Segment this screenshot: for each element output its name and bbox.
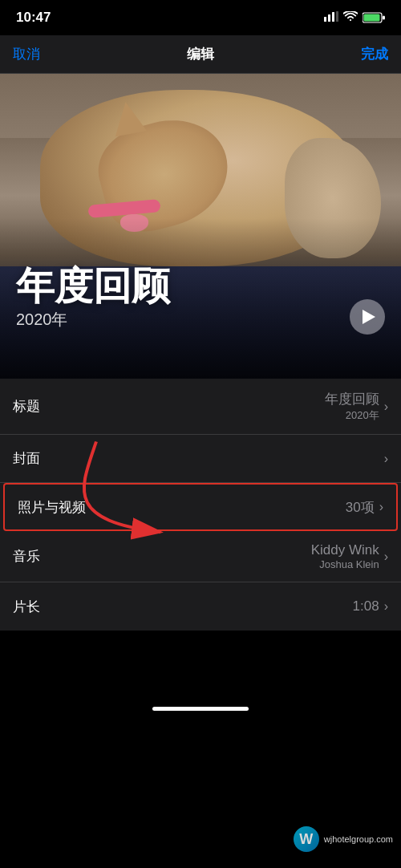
row-photos-videos-value-container: 30项 › <box>346 498 383 517</box>
row-music-value-main: Kiddy Wink <box>311 542 379 558</box>
watermark-logo: W <box>294 826 319 852</box>
row-title-chevron: › <box>384 400 388 414</box>
hero-image-area: 年度回顾 2020年 <box>0 74 401 379</box>
row-title-value-sub: 2020年 <box>325 408 379 423</box>
status-time: 10:47 <box>16 10 51 26</box>
status-bar: 10:47 <box>0 0 401 35</box>
svg-rect-2 <box>332 12 334 22</box>
settings-list: 标题 年度回顾 2020年 › 封面 › 照片与视频 30项 › <box>0 379 401 631</box>
svg-rect-1 <box>328 14 330 22</box>
row-title-value-stack: 年度回顾 2020年 <box>325 390 379 423</box>
row-music-value-sub: Joshua Klein <box>311 558 379 570</box>
watermark-logo-letter: W <box>299 831 313 848</box>
svg-rect-3 <box>336 11 338 22</box>
nav-title: 编辑 <box>187 45 214 63</box>
row-cover-label: 封面 <box>13 449 40 468</box>
watermark-text: wjhotelgroup.com <box>324 834 393 845</box>
bottom-spacer <box>0 631 401 695</box>
row-duration-chevron: › <box>384 599 388 614</box>
row-music-chevron: › <box>384 550 388 564</box>
home-indicator <box>0 695 401 722</box>
svg-rect-5 <box>364 14 380 22</box>
watermark-site: wjhotelgroup.com <box>324 834 393 845</box>
row-photos-videos-value: 30项 <box>346 498 375 517</box>
cancel-button[interactable]: 取消 <box>13 45 40 63</box>
settings-section: 标题 年度回顾 2020年 › 封面 › 照片与视频 30项 › <box>0 379 401 631</box>
row-music-value-stack: Kiddy Wink Joshua Klein <box>311 542 379 570</box>
signal-icon <box>324 11 338 24</box>
watermark: W wjhotelgroup.com <box>294 826 393 852</box>
done-button[interactable]: 完成 <box>361 45 388 63</box>
hero-year: 2020年 <box>16 309 170 331</box>
row-title[interactable]: 标题 年度回顾 2020年 › <box>0 379 401 435</box>
row-title-value-main: 年度回顾 <box>325 390 379 408</box>
row-cover-chevron: › <box>384 452 388 466</box>
row-duration-value: 1:08 <box>353 598 379 614</box>
row-cover-value-container: › <box>384 452 388 466</box>
status-icons <box>324 10 385 25</box>
nav-bar: 取消 编辑 完成 <box>0 35 401 74</box>
row-cover[interactable]: 封面 › <box>0 435 401 483</box>
row-music-value-container: Kiddy Wink Joshua Klein › <box>311 542 388 570</box>
home-bar <box>152 707 249 711</box>
row-photos-videos[interactable]: 照片与视频 30项 › <box>3 483 398 531</box>
play-icon <box>363 310 375 324</box>
row-photos-videos-label: 照片与视频 <box>18 498 86 517</box>
row-title-value-container: 年度回顾 2020年 › <box>325 390 388 423</box>
row-music-label: 音乐 <box>13 547 40 566</box>
svg-rect-0 <box>324 17 326 22</box>
wifi-icon <box>343 10 358 25</box>
play-button[interactable] <box>350 299 385 335</box>
svg-rect-6 <box>383 16 385 20</box>
hero-title: 年度回顾 <box>16 267 170 306</box>
row-title-label: 标题 <box>13 397 40 416</box>
row-music[interactable]: 音乐 Kiddy Wink Joshua Klein › <box>0 531 401 582</box>
battery-icon <box>363 12 385 23</box>
hero-text-area: 年度回顾 2020年 <box>16 267 170 331</box>
row-duration-value-container: 1:08 › <box>353 598 388 614</box>
row-duration-label: 片长 <box>13 598 40 616</box>
row-duration[interactable]: 片长 1:08 › <box>0 582 401 631</box>
row-photos-videos-chevron: › <box>379 500 383 514</box>
